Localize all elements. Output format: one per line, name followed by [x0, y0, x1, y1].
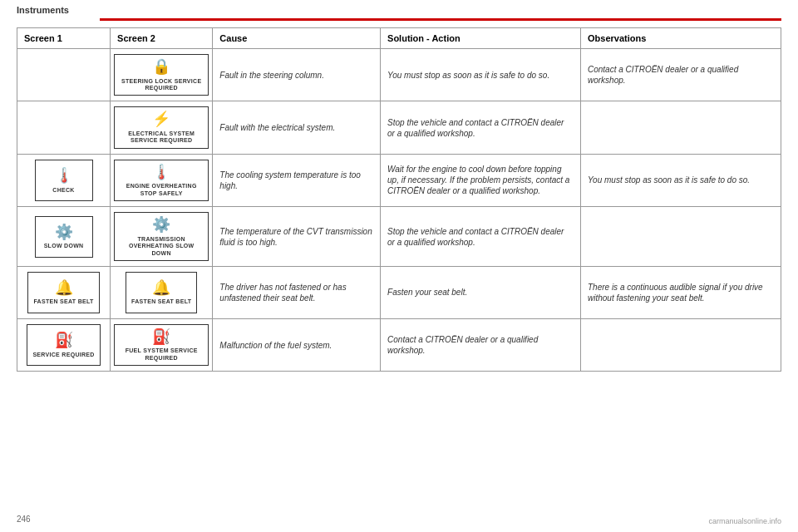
observations-cell: You must stop as soon as it is safe to d… [581, 154, 781, 206]
col-header-cause: Cause [213, 28, 381, 49]
solution-cell: Fasten your seat belt. [381, 266, 581, 318]
watermark: carmanualsonline.info [708, 517, 781, 525]
screen1-cell: 🌡️ CHECK [17, 154, 111, 206]
col-header-observations: Observations [581, 28, 781, 49]
cause-cell: The driver has not fastened or has unfas… [213, 266, 381, 318]
header-title: Instruments [17, 5, 69, 15]
cause-cell: The temperature of the CVT transmission … [213, 207, 381, 267]
col-header-screen2: Screen 2 [111, 28, 213, 49]
screen2-cell: ⛽ FUEL SYSTEM SERVICE REQUIRED [111, 318, 213, 371]
observations-cell: There is a continuous audible signal if … [581, 266, 781, 318]
check-icon: 🌡️ CHECK [35, 160, 93, 201]
col-header-solution: Solution - Action [381, 28, 581, 49]
fuel-system-icon: ⛽ FUEL SYSTEM SERVICE REQUIRED [114, 324, 209, 366]
header-line [100, 18, 781, 21]
table-row: 🌡️ CHECK 🌡️ ENGINE OVERHEATING STOP SAFE… [17, 154, 781, 206]
electrical-icon: ⚡ ELECTRICAL SYSTEM SERVICE REQUIRED [114, 106, 209, 148]
table-row: ⚡ ELECTRICAL SYSTEM SERVICE REQUIRED Fau… [17, 101, 781, 154]
observations-cell [581, 318, 781, 371]
solution-cell: Stop the vehicle and contact a CITROËN d… [381, 207, 581, 267]
screen2-cell: ⚙️ TRANSMISSION OVERHEATING SLOW DOWN [111, 207, 213, 267]
observations-cell [581, 207, 781, 267]
screen2-cell: 🔔 FASTEN SEAT BELT [111, 266, 213, 318]
observations-cell [581, 101, 781, 154]
screen1-cell [17, 101, 111, 154]
transmission-icon: ⚙️ TRANSMISSION OVERHEATING SLOW DOWN [114, 212, 209, 261]
table-row: ⚙️ SLOW DOWN ⚙️ TRANSMISSION OVERHEATING… [17, 207, 781, 267]
page-header: Instruments [0, 0, 798, 18]
steering-lock-icon: 🔒 STEERING LOCK SERVICE REQUIRED [114, 54, 209, 96]
table-row: ⛽ SERVICE REQUIRED ⛽ FUEL SYSTEM SERVICE… [17, 318, 781, 371]
solution-cell: You must stop as soon as it is safe to d… [381, 49, 581, 101]
screen1-cell: ⛽ SERVICE REQUIRED [17, 318, 111, 371]
screen1-cell: ⚙️ SLOW DOWN [17, 207, 111, 267]
col-header-screen1: Screen 1 [17, 28, 111, 49]
solution-cell: Stop the vehicle and contact a CITROËN d… [381, 101, 581, 154]
page-content: Screen 1 Screen 2 Cause Solution - Actio… [0, 27, 798, 372]
slowdown-icon: ⚙️ SLOW DOWN [35, 216, 93, 258]
solution-cell: Contact a CITROËN dealer or a qualified … [381, 318, 581, 371]
cause-cell: Malfunction of the fuel system. [213, 318, 381, 371]
screen2-cell: 🔒 STEERING LOCK SERVICE REQUIRED [111, 49, 213, 101]
seatbelt-icon: 🔔 FASTEN SEAT BELT [27, 272, 99, 313]
screen1-cell: 🔔 FASTEN SEAT BELT [17, 266, 111, 318]
service-icon: ⛽ SERVICE REQUIRED [27, 324, 100, 366]
table-row: 🔔 FASTEN SEAT BELT 🔔 FASTEN SEAT BELT Th… [17, 266, 781, 318]
screen1-cell [17, 49, 111, 101]
observations-cell: Contact a CITROËN dealer or a qualified … [581, 49, 781, 101]
page-number: 246 [17, 515, 31, 524]
cause-cell: Fault in the steering column. [213, 49, 381, 101]
cause-cell: Fault with the electrical system. [213, 101, 381, 154]
seatbelt2-icon: 🔔 FASTEN SEAT BELT [126, 272, 197, 313]
instruments-table: Screen 1 Screen 2 Cause Solution - Actio… [17, 27, 781, 372]
screen2-cell: ⚡ ELECTRICAL SYSTEM SERVICE REQUIRED [111, 101, 213, 154]
solution-cell: Wait for the engine to cool down before … [381, 154, 581, 206]
screen2-cell: 🌡️ ENGINE OVERHEATING STOP SAFELY [111, 154, 213, 206]
engine-overheat-icon: 🌡️ ENGINE OVERHEATING STOP SAFELY [114, 160, 209, 201]
table-row: 🔒 STEERING LOCK SERVICE REQUIRED Fault i… [17, 49, 781, 101]
cause-cell: The cooling system temperature is too hi… [213, 154, 381, 206]
